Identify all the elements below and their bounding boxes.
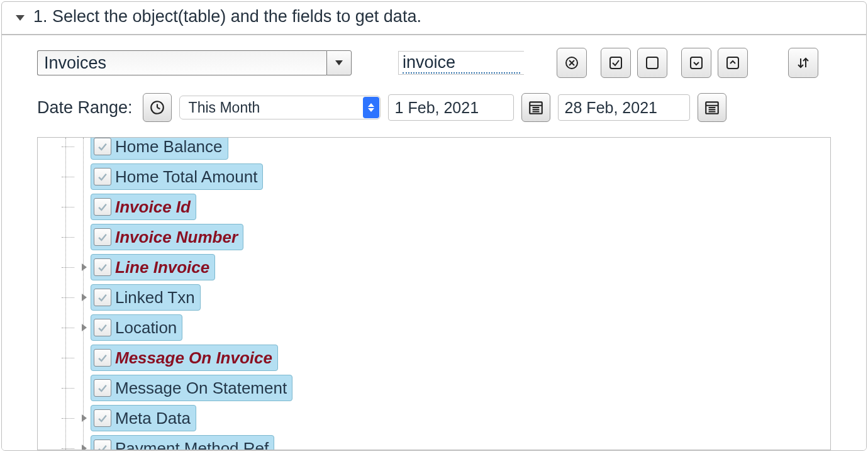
- check-icon: [96, 351, 109, 364]
- field-label: Invoice Id: [115, 197, 191, 217]
- check-icon: [96, 291, 109, 304]
- chevron-right-icon: [82, 294, 87, 301]
- tree-node[interactable]: Line Invoice: [62, 252, 292, 282]
- panel-header[interactable]: 1. Select the object(table) and the fiel…: [2, 2, 866, 35]
- tree-node[interactable]: Linked Txn: [62, 282, 292, 312]
- expand-toggle[interactable]: [79, 323, 89, 333]
- expand-all-button[interactable]: [681, 48, 711, 78]
- field-chip[interactable]: Message On Statement: [91, 375, 292, 401]
- svg-rect-6: [727, 57, 738, 69]
- field-chip[interactable]: Location: [91, 314, 182, 341]
- field-chip[interactable]: Invoice Number: [91, 224, 243, 250]
- field-label: Meta Data: [115, 409, 191, 428]
- expand-toggle[interactable]: [79, 292, 89, 302]
- check-icon: [96, 382, 109, 394]
- tree-node[interactable]: Message On Statement: [62, 373, 292, 403]
- tree-connector: [62, 137, 79, 162]
- check-icon: [96, 231, 109, 243]
- tree-connector: [62, 252, 79, 282]
- chevron-down-icon: [335, 60, 343, 65]
- field-tree[interactable]: Home BalanceHome Total AmountInvoice IdI…: [37, 137, 831, 450]
- date-end-input[interactable]: [558, 94, 690, 121]
- chevron-right-icon: [82, 445, 87, 450]
- tree-connector: [62, 282, 79, 312]
- expand-spacer: [79, 172, 89, 182]
- tree-node[interactable]: Invoice Number: [62, 222, 292, 252]
- tree-node[interactable]: Meta Data: [62, 403, 292, 433]
- field-chip[interactable]: Linked Txn: [91, 284, 201, 311]
- expand-spacer: [79, 141, 89, 152]
- chevron-right-icon: [82, 414, 87, 422]
- collapse-icon: [725, 55, 740, 70]
- expand-group: [681, 48, 748, 78]
- check-icon: [96, 170, 109, 183]
- expand-toggle[interactable]: [79, 413, 89, 423]
- field-label: Linked Txn: [115, 288, 195, 307]
- date-start-picker-button[interactable]: [521, 93, 550, 122]
- field-chip[interactable]: Invoice Id: [91, 194, 196, 220]
- field-checkbox[interactable]: [94, 138, 111, 155]
- tree-connector: [62, 312, 79, 343]
- sort-button[interactable]: [788, 48, 818, 78]
- field-label: Home Total Amount: [115, 167, 257, 187]
- field-chip[interactable]: Meta Data: [91, 405, 196, 431]
- field-checkbox[interactable]: [94, 289, 111, 306]
- tree-node[interactable]: Location: [62, 312, 292, 343]
- field-chip[interactable]: Home Total Amount: [91, 163, 263, 190]
- object-dropdown-button[interactable]: [326, 50, 352, 75]
- expand-toggle[interactable]: [79, 443, 89, 450]
- field-chip[interactable]: Line Invoice: [91, 254, 215, 280]
- field-checkbox[interactable]: [94, 258, 111, 276]
- date-end-picker-button[interactable]: [698, 93, 726, 122]
- field-chip[interactable]: Payment Method Ref: [91, 435, 274, 450]
- check-icon: [96, 261, 109, 274]
- field-filter-input[interactable]: [403, 53, 520, 74]
- clear-filter-button[interactable]: [557, 48, 587, 78]
- row-object-filter: [37, 48, 866, 78]
- check-all-button[interactable]: [601, 48, 631, 78]
- sort-icon: [796, 55, 811, 70]
- tree-connector: [62, 433, 79, 450]
- date-preset-button[interactable]: [143, 93, 172, 122]
- field-checkbox[interactable]: [94, 379, 111, 397]
- field-checkbox[interactable]: [94, 349, 111, 367]
- collapse-all-button[interactable]: [718, 48, 748, 78]
- date-start-input[interactable]: [388, 94, 514, 121]
- field-label: Payment Method Ref: [115, 439, 269, 451]
- field-checkbox[interactable]: [94, 168, 111, 185]
- check-icon: [96, 140, 109, 153]
- tree-node[interactable]: Payment Method Ref: [62, 433, 292, 450]
- field-checkbox[interactable]: [94, 440, 111, 450]
- field-filter-wrap: [398, 51, 524, 75]
- tree-node[interactable]: Home Total Amount: [62, 162, 292, 192]
- expand-spacer: [79, 383, 89, 393]
- field-checkbox[interactable]: [94, 409, 111, 427]
- field-checkbox[interactable]: [94, 198, 111, 216]
- svg-rect-4: [647, 57, 658, 69]
- check-icon: [96, 442, 109, 450]
- disclosure-triangle-icon[interactable]: [16, 15, 25, 21]
- expand-spacer: [79, 202, 89, 212]
- uncheck-all-button[interactable]: [637, 48, 667, 78]
- date-preset-select[interactable]: [179, 96, 381, 119]
- object-input[interactable]: [37, 50, 326, 75]
- object-combobox[interactable]: [37, 50, 352, 75]
- tree-node[interactable]: Invoice Id: [62, 192, 292, 222]
- tree-node[interactable]: Home Balance: [62, 137, 292, 162]
- expand-toggle[interactable]: [79, 262, 89, 272]
- field-chip[interactable]: Home Balance: [91, 137, 228, 160]
- field-checkbox[interactable]: [94, 319, 111, 336]
- uncheck-all-icon: [645, 55, 660, 70]
- check-all-icon: [608, 55, 623, 70]
- field-checkbox[interactable]: [94, 228, 111, 246]
- field-chip[interactable]: Message On Invoice: [91, 345, 278, 371]
- chevron-right-icon: [82, 324, 87, 331]
- field-label: Message On Invoice: [115, 348, 272, 368]
- field-label: Home Balance: [115, 137, 223, 157]
- clear-icon: [564, 55, 579, 70]
- date-preset-value[interactable]: [179, 96, 381, 119]
- tree-node[interactable]: Message On Invoice: [62, 343, 292, 373]
- expand-icon: [689, 55, 704, 70]
- tree-connector: [62, 162, 79, 192]
- chevron-right-icon: [82, 263, 87, 271]
